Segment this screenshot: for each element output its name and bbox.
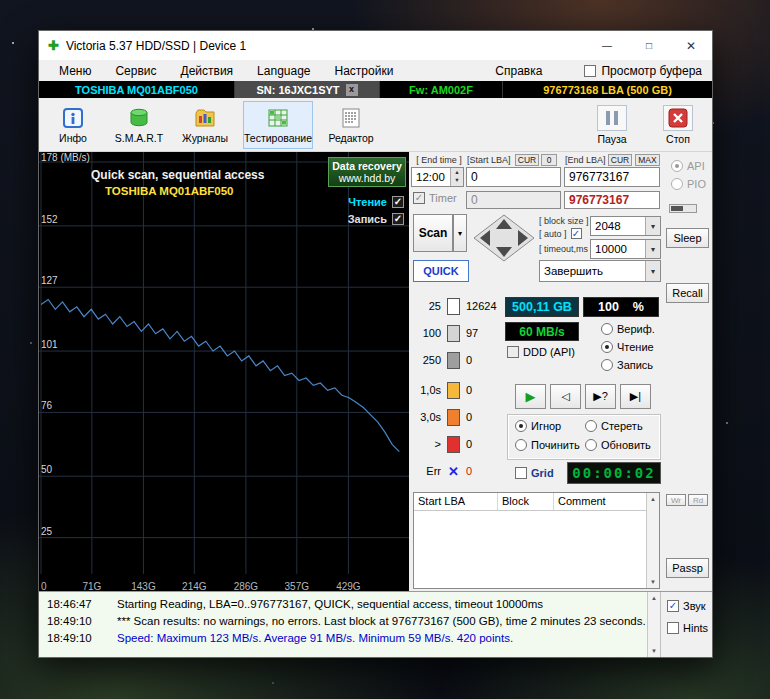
block-size-dropdown-icon[interactable]: ▾ xyxy=(645,217,660,235)
timeout-combo[interactable]: 10000 ▾ xyxy=(590,239,661,259)
close-button[interactable]: ✕ xyxy=(670,31,712,60)
ignore-radio[interactable] xyxy=(515,420,527,432)
scroll-down-icon[interactable]: ▼ xyxy=(650,576,656,588)
toolbar-stop-button[interactable]: Стоп xyxy=(650,101,706,149)
repair-radio[interactable] xyxy=(515,439,527,451)
legend-label: 250 xyxy=(411,354,441,366)
column-block[interactable]: Block xyxy=(498,493,554,510)
defect-table-body[interactable]: Start LBA Block Comment xyxy=(414,493,646,588)
mode-option-read[interactable]: Чтение xyxy=(601,341,654,353)
timer-toggle[interactable]: ✓ Timer xyxy=(413,192,457,204)
scan-button[interactable]: Scan xyxy=(413,214,453,252)
ddd-checkbox[interactable] xyxy=(507,346,519,358)
start-lba-cur-button[interactable]: CUR xyxy=(515,154,539,166)
ddd-toggle[interactable]: DDD (API) xyxy=(507,346,575,358)
menu-item-help[interactable]: Справка xyxy=(495,64,542,78)
scroll-up-icon[interactable]: ▲ xyxy=(651,592,657,604)
menu-item-menu[interactable]: Меню xyxy=(59,64,91,78)
defect-table-scrollbar[interactable]: ▲ ▼ xyxy=(646,493,659,588)
sound-toggle[interactable]: ✓ Звук xyxy=(667,600,706,612)
legend-count: 0 xyxy=(466,354,472,366)
step-forward-button[interactable]: ▶? xyxy=(585,384,616,409)
end-time-spinner[interactable]: 12:00 ▲ ▼ xyxy=(411,167,464,187)
scan-dropdown-button[interactable]: ▾ xyxy=(453,214,467,252)
scroll-down-icon[interactable]: ▼ xyxy=(651,645,657,657)
titlebar[interactable]: ✚ Victoria 5.37 HDD/SSD | Device 1 — □ ✕ xyxy=(39,31,712,60)
buffer-view-checkbox[interactable] xyxy=(584,65,596,77)
recall-button[interactable]: Recall xyxy=(666,283,709,303)
start-test-button[interactable]: ▶ xyxy=(515,384,546,409)
end-lba-input[interactable]: 976773167 xyxy=(564,167,660,187)
write-mini-button[interactable]: Wr xyxy=(666,494,686,506)
passport-button[interactable]: Passp xyxy=(666,558,709,578)
toolbar-journals-button[interactable]: Журналы xyxy=(177,101,233,149)
scroll-up-icon[interactable]: ▲ xyxy=(650,493,656,505)
timeout-dropdown-icon[interactable]: ▾ xyxy=(645,240,660,258)
mode-option-verify[interactable]: Вериф. xyxy=(601,323,655,335)
graph-legend-read-checkbox[interactable]: ✓ xyxy=(392,196,404,208)
auto-toggle[interactable]: [ auto ] ✓ xyxy=(539,228,582,239)
serial-close-button[interactable]: x xyxy=(346,84,358,96)
hints-toggle[interactable]: Hints xyxy=(667,622,708,634)
action-option-refresh[interactable]: Обновить xyxy=(585,439,651,451)
verify-radio[interactable] xyxy=(601,323,613,335)
write-radio[interactable] xyxy=(601,359,613,371)
end-lba-max-button[interactable]: MAX xyxy=(635,154,660,166)
read-mini-button[interactable]: Rd xyxy=(688,494,708,506)
end-action-combo[interactable]: Завершить ▾ xyxy=(539,260,661,282)
log-scrollbar[interactable]: ▲ ▼ xyxy=(647,592,660,657)
spin-down-icon[interactable]: ▼ xyxy=(454,177,459,185)
action-option-ignore[interactable]: Игнор xyxy=(515,420,561,432)
watermark-banner: Data recovery www.hdd.by xyxy=(328,157,406,187)
menu-item-actions[interactable]: Действия xyxy=(181,64,234,78)
sleep-button[interactable]: Sleep xyxy=(666,228,709,248)
buffer-view-toggle[interactable]: Просмотр буфера xyxy=(584,64,702,78)
hints-checkbox[interactable] xyxy=(667,622,679,634)
action-option-repair[interactable]: Починить xyxy=(515,439,580,451)
graph-legend-write[interactable]: Запись ✓ xyxy=(348,213,404,225)
dpad-navigator[interactable] xyxy=(473,214,535,262)
minimize-button[interactable]: — xyxy=(586,31,628,60)
end-action-dropdown-icon[interactable]: ▾ xyxy=(645,261,660,281)
read-radio[interactable] xyxy=(601,341,613,353)
refresh-radio[interactable] xyxy=(585,439,597,451)
step-back-button[interactable]: ◁ xyxy=(550,384,581,409)
defect-table[interactable]: Start LBA Block Comment ▲ ▼ xyxy=(413,492,660,589)
block-size-combo[interactable]: 2048 ▾ xyxy=(590,216,661,236)
end-time-spin-buttons[interactable]: ▲ ▼ xyxy=(450,168,463,186)
graph-legend-write-checkbox[interactable]: ✓ xyxy=(392,213,404,225)
toolbar-info-button[interactable]: Инфо xyxy=(45,101,101,149)
timer-input[interactable]: 0 xyxy=(466,191,561,209)
menu-item-language[interactable]: Language xyxy=(257,64,310,78)
scan-button-group[interactable]: Scan ▾ xyxy=(413,214,467,252)
end-lba-cur-button[interactable]: CUR xyxy=(608,154,632,166)
mode-option-write[interactable]: Запись xyxy=(601,359,653,371)
grid-toggle[interactable]: Grid xyxy=(515,467,554,479)
auto-checkbox[interactable]: ✓ xyxy=(571,228,582,239)
device-serial-tab[interactable]: SN: 16JXC1SYT x xyxy=(235,81,380,98)
action-option-erase[interactable]: Стереть xyxy=(585,420,643,432)
grid-checkbox[interactable] xyxy=(515,467,527,479)
start-lba-zero-button[interactable]: 0 xyxy=(541,154,557,166)
quick-button[interactable]: QUICK xyxy=(413,260,469,282)
menu-item-settings[interactable]: Настройки xyxy=(335,64,394,78)
column-comment[interactable]: Comment xyxy=(554,493,646,510)
spin-up-icon[interactable]: ▲ xyxy=(454,169,459,177)
timer-checkbox[interactable]: ✓ xyxy=(413,192,425,204)
graph-legend-read[interactable]: Чтение ✓ xyxy=(348,196,404,208)
toolbar-pause-button[interactable]: Пауза xyxy=(584,101,640,149)
toolbar-smart-button[interactable]: S.M.A.R.T xyxy=(111,101,167,149)
log-lines[interactable]: 18:46:47 Starting Reading, LBA=0..976773… xyxy=(39,592,647,657)
end-time-value: 12:00 xyxy=(416,171,445,183)
column-start-lba[interactable]: Start LBA xyxy=(414,493,498,510)
menu-item-service[interactable]: Сервис xyxy=(115,64,156,78)
maximize-button[interactable]: □ xyxy=(628,31,670,60)
to-end-button[interactable]: ▶| xyxy=(620,384,651,409)
erase-radio[interactable] xyxy=(585,420,597,432)
toolbar-editor-button[interactable]: Редактор xyxy=(323,101,379,149)
sound-checkbox[interactable]: ✓ xyxy=(667,600,679,612)
toolbar-testing-button[interactable]: Тестирование xyxy=(243,101,313,149)
api-label: API xyxy=(687,160,705,172)
side-mini-slider[interactable] xyxy=(669,204,697,213)
start-lba-input[interactable]: 0 xyxy=(466,167,561,187)
